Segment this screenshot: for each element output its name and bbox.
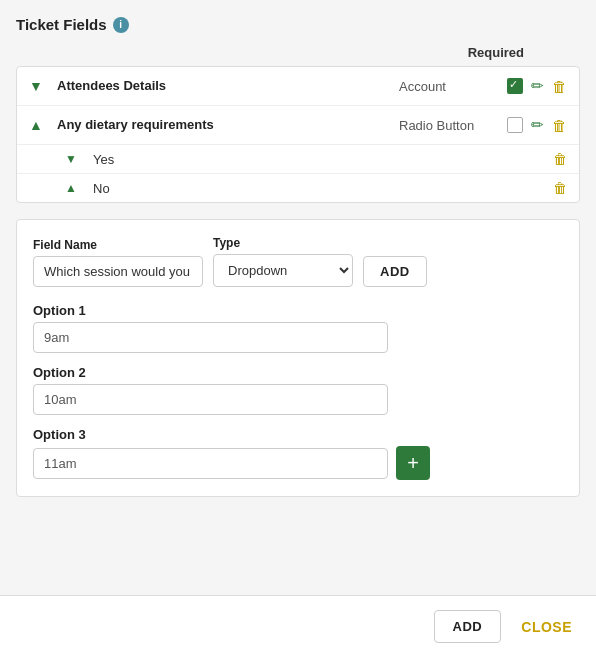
yes-label: Yes (93, 152, 545, 167)
option-group-2: Option 2 (33, 365, 563, 415)
dietary-type: Radio Button (399, 118, 499, 133)
option-3-input[interactable] (33, 448, 388, 479)
attendees-actions: ✏ 🗑 (531, 77, 567, 95)
attendees-required-checkbox[interactable] (507, 78, 523, 94)
option-3-row: + (33, 446, 563, 480)
bottom-close-button[interactable]: CLOSE (517, 611, 576, 643)
no-delete-icon[interactable]: 🗑 (553, 180, 567, 196)
info-icon[interactable]: i (113, 17, 129, 33)
option-group-3: Option 3 + (33, 427, 563, 480)
attendees-edit-icon[interactable]: ✏ (531, 77, 544, 95)
bottom-bar: ADD CLOSE (0, 595, 596, 657)
field-table: ▼ Attendees Details Account ✏ 🗑 ▲ Any di… (16, 66, 580, 203)
suboption-yes-row: ▼ Yes 🗑 (17, 145, 579, 174)
required-header: Required (16, 45, 580, 60)
option-1-row (33, 322, 563, 353)
option-2-input[interactable] (33, 384, 388, 415)
options-section: Option 1 Option 2 Option 3 + (33, 303, 563, 480)
no-label: No (93, 181, 545, 196)
field-name-input[interactable] (33, 256, 203, 287)
field-form-row: Field Name Type Dropdown Text Radio Butt… (33, 236, 563, 287)
page-title-area: Ticket Fields i (16, 16, 580, 33)
field-row-dietary: ▲ Any dietary requirements Radio Button … (17, 106, 579, 145)
dietary-label: Any dietary requirements (57, 117, 391, 134)
type-select[interactable]: Dropdown Text Radio Button Checkbox (213, 254, 353, 287)
option-1-label: Option 1 (33, 303, 563, 318)
option-2-label: Option 2 (33, 365, 563, 380)
dietary-delete-icon[interactable]: 🗑 (552, 117, 567, 134)
attendees-type: Account (399, 79, 499, 94)
type-group: Type Dropdown Text Radio Button Checkbox (213, 236, 353, 287)
attendees-label: Attendees Details (57, 78, 391, 95)
yes-down-arrow[interactable]: ▼ (65, 152, 85, 166)
field-name-group: Field Name (33, 238, 203, 287)
form-add-button[interactable]: ADD (363, 256, 427, 287)
page-title: Ticket Fields (16, 16, 107, 33)
option-1-input[interactable] (33, 322, 388, 353)
add-field-section: Field Name Type Dropdown Text Radio Butt… (16, 219, 580, 497)
main-panel: Ticket Fields i Required ▼ Attendees Det… (0, 0, 596, 595)
dietary-actions: ✏ 🗑 (531, 116, 567, 134)
attendees-delete-icon[interactable]: 🗑 (552, 78, 567, 95)
attendees-expand-arrow[interactable]: ▼ (29, 78, 49, 94)
option-2-row (33, 384, 563, 415)
yes-delete-icon[interactable]: 🗑 (553, 151, 567, 167)
option-group-1: Option 1 (33, 303, 563, 353)
suboption-no-row: ▲ No 🗑 (17, 174, 579, 202)
dietary-required-checkbox[interactable] (507, 117, 523, 133)
dietary-edit-icon[interactable]: ✏ (531, 116, 544, 134)
no-up-arrow[interactable]: ▲ (65, 181, 85, 195)
field-name-label: Field Name (33, 238, 203, 252)
field-row-attendees: ▼ Attendees Details Account ✏ 🗑 (17, 67, 579, 106)
dietary-expand-arrow[interactable]: ▲ (29, 117, 49, 133)
bottom-add-button[interactable]: ADD (434, 610, 502, 643)
add-option-button[interactable]: + (396, 446, 430, 480)
type-label: Type (213, 236, 353, 250)
option-3-label: Option 3 (33, 427, 563, 442)
